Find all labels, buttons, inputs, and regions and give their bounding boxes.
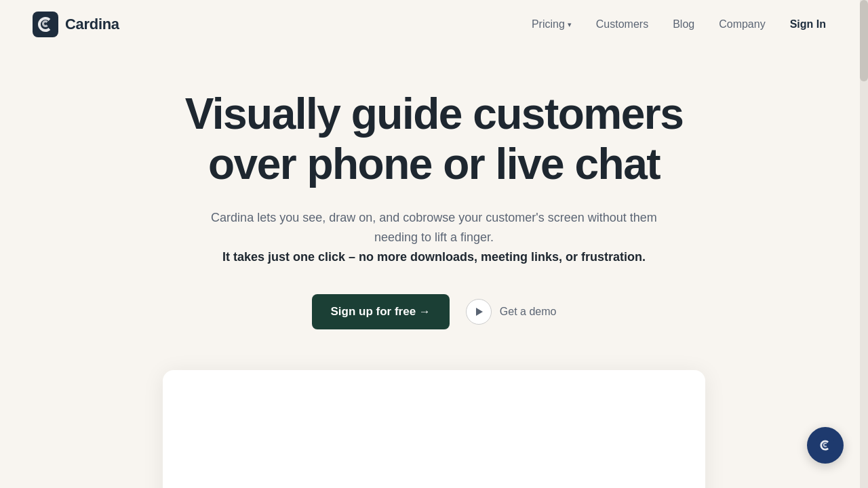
logo[interactable]: Cardina (33, 12, 119, 37)
nav-customers[interactable]: Customers (587, 13, 658, 36)
hero-cta: Sign up for free → Get a demo (312, 294, 557, 329)
play-triangle-icon (476, 308, 483, 316)
nav-blog[interactable]: Blog (663, 13, 704, 36)
svg-rect-0 (33, 12, 58, 37)
nav-pricing[interactable]: Pricing ▾ (522, 13, 581, 36)
navbar: Cardina Pricing ▾ Customers Blog Company… (0, 0, 868, 49)
hero-subtitle: Cardina lets you see, draw on, and cobro… (197, 208, 671, 266)
demo-button[interactable]: Get a demo (466, 299, 557, 325)
nav-links: Pricing ▾ Customers Blog Company Sign In (522, 13, 835, 36)
signin-link[interactable]: Sign In (781, 13, 835, 36)
svg-rect-1 (816, 436, 834, 454)
logo-icon (33, 12, 58, 37)
logo-text: Cardina (65, 16, 119, 33)
play-icon-button[interactable] (466, 299, 492, 325)
chevron-down-icon: ▾ (568, 20, 572, 29)
scrollbar-thumb[interactable] (860, 0, 868, 81)
hero-description-bold: It takes just one click – no more downlo… (197, 247, 671, 267)
hero-description: Cardina lets you see, draw on, and cobro… (197, 208, 671, 247)
chat-button[interactable] (807, 427, 844, 464)
signup-button[interactable]: Sign up for free → (312, 294, 450, 329)
preview-card (163, 370, 705, 488)
chat-icon (816, 436, 834, 454)
nav-company[interactable]: Company (709, 13, 774, 36)
hero-section: Visually guide customers over phone or l… (0, 49, 868, 357)
hero-title: Visually guide customers over phone or l… (185, 89, 684, 189)
preview-area (61, 370, 807, 488)
scrollbar[interactable] (860, 0, 868, 488)
